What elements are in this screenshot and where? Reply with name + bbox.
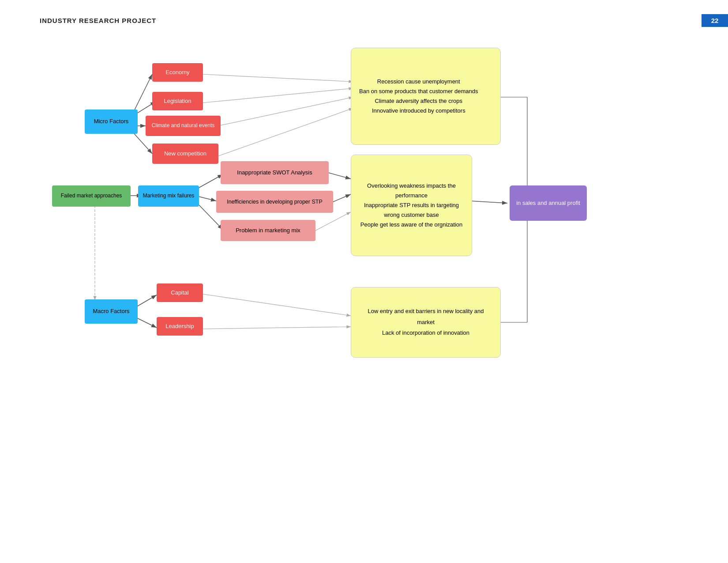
purple-box-node: in sales and annual profit (510, 185, 587, 221)
failed-market-node: Failed market approaches (52, 185, 131, 207)
svg-line-9 (216, 108, 353, 157)
yellow-mid-text: Overlooking weakness impacts the perform… (359, 181, 464, 230)
svg-line-15 (330, 194, 351, 203)
svg-line-8 (218, 97, 353, 126)
economy-node: Economy (152, 63, 203, 82)
leadership-node: Leadership (157, 317, 203, 336)
macro-factors-node: Macro Factors (85, 299, 138, 324)
svg-line-24 (200, 327, 351, 329)
yellow-mid-box: Overlooking weakness impacts the perform… (351, 155, 472, 256)
page-number: 22 (702, 14, 728, 27)
micro-factors-node: Micro Factors (85, 110, 138, 134)
capital-node: Capital (157, 283, 203, 302)
svg-line-11 (195, 174, 223, 190)
svg-line-7 (202, 88, 353, 103)
svg-line-6 (202, 74, 353, 82)
new-competition-node: New competition (152, 144, 218, 164)
yellow-bot-text: Low entry and exit barriers in new local… (359, 306, 492, 339)
legislation-node: Legislation (152, 92, 203, 110)
svg-line-23 (200, 294, 351, 316)
stp-node: Inefficiencies in developing proper STP (216, 191, 333, 213)
yellow-bot-box: Low entry and exit barriers in new local… (351, 287, 501, 358)
page-title: INDUSTRY RESEARCH PROJECT (40, 17, 156, 24)
yellow-top-box: Recession cause unemploymentBan on some … (351, 48, 501, 145)
svg-line-17 (470, 201, 507, 203)
climate-node: Climate and natural events (146, 116, 221, 136)
yellow-top-text: Recession cause unemploymentBan on some … (359, 77, 478, 116)
svg-line-14 (326, 172, 351, 179)
swot-node: Inappropriate SWOT Analysis (221, 161, 329, 184)
marketing-mix-problem-node: Problem in marketing mix (221, 220, 315, 241)
marketing-mix-failures-node: Marketing mix failures (138, 185, 199, 207)
